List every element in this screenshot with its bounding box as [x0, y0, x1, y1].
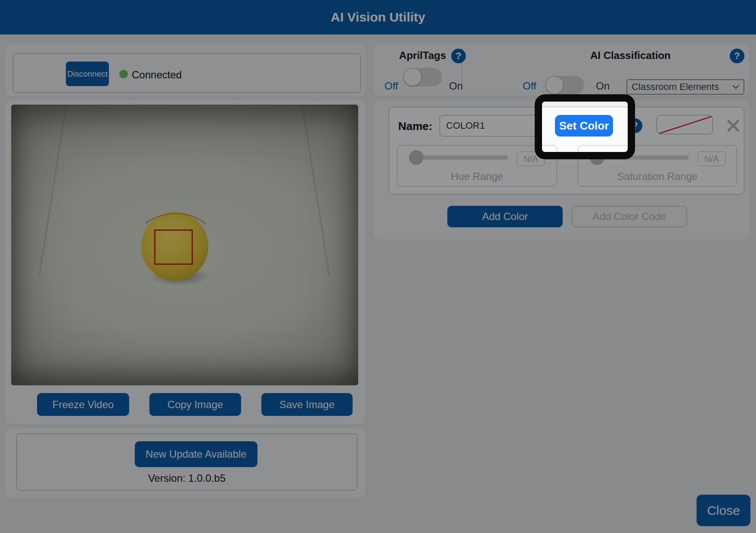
dim-overlay: [0, 0, 756, 533]
set-color-button-highlighted[interactable]: Set Color: [555, 115, 613, 136]
callout-saturation-box-partial: [578, 145, 635, 159]
callout-bg-strip: [535, 94, 635, 107]
callout-groupbox-edge: [535, 107, 635, 107]
ai-vision-utility-window: AI Vision Utility Disconnect Connected F…: [0, 0, 756, 533]
callout-clone-viewport: Set Color: [535, 94, 635, 159]
set-color-highlight-callout: Set Color: [535, 94, 635, 159]
